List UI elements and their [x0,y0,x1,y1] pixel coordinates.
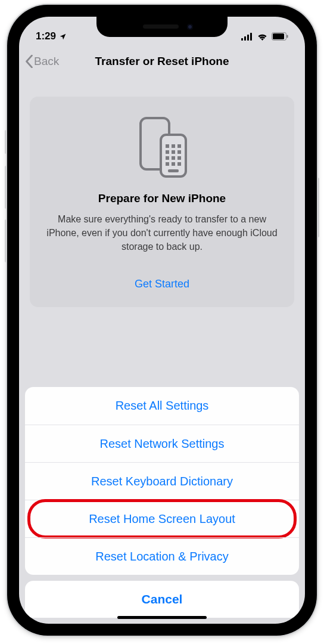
svg-rect-3 [250,33,252,41]
reset-keyboard-dictionary[interactable]: Reset Keyboard Dictionary [25,462,299,500]
reset-options-group: Reset All Settings Reset Network Setting… [25,387,299,575]
svg-rect-1 [244,36,246,41]
devices-icon [132,114,192,180]
mute-switch [5,130,7,154]
svg-rect-20 [177,162,181,166]
reset-home-screen-layout[interactable]: Reset Home Screen Layout [25,500,299,537]
wifi-icon [257,32,268,41]
sheet-item-label: Reset Location & Privacy [95,550,228,564]
card-description: Make sure everything's ready to transfer… [44,212,280,254]
home-indicator[interactable] [117,616,207,619]
cancel-button[interactable]: Cancel [25,581,299,618]
svg-rect-13 [172,150,175,154]
reset-location-privacy[interactable]: Reset Location & Privacy [25,537,299,575]
volume-down [5,219,7,262]
phone-frame: 1:29 Back [7,5,317,636]
svg-rect-6 [287,35,288,38]
svg-rect-10 [172,144,175,148]
location-icon [59,33,67,41]
back-label: Back [34,55,59,68]
svg-rect-0 [241,38,243,41]
power-button [317,178,319,237]
sheet-item-label: Reset All Settings [116,399,209,413]
sheet-item-label: Reset Network Settings [100,437,225,451]
battery-icon [272,32,288,41]
cancel-label: Cancel [142,592,183,606]
notch [96,17,228,37]
nav-title: Transfer or Reset iPhone [95,55,229,68]
svg-rect-17 [177,156,181,160]
svg-rect-14 [177,150,181,154]
svg-rect-9 [166,144,169,148]
svg-rect-19 [172,162,175,166]
status-time: 1:29 [36,30,56,42]
svg-rect-15 [166,156,169,160]
svg-rect-21 [168,169,179,172]
sheet-item-label: Reset Home Screen Layout [89,512,235,526]
reset-all-settings[interactable]: Reset All Settings [25,387,299,425]
svg-rect-18 [166,162,169,166]
svg-rect-5 [273,33,284,39]
nav-bar: Back Transfer or Reset iPhone [19,45,305,78]
prepare-card: Prepare for New iPhone Make sure everyth… [30,97,294,307]
svg-rect-2 [247,35,249,41]
sheet-item-label: Reset Keyboard Dictionary [91,475,233,488]
action-sheet: Reset All Settings Reset Network Setting… [19,387,305,624]
volume-up [5,166,7,209]
reset-network-settings[interactable]: Reset Network Settings [25,425,299,462]
chevron-left-icon [25,55,33,68]
card-title: Prepare for New iPhone [44,192,280,205]
svg-rect-11 [177,144,181,148]
screen: 1:29 Back [19,17,305,624]
cellular-icon [241,33,253,41]
svg-rect-16 [172,156,175,160]
get-started-link[interactable]: Get Started [135,278,189,290]
back-button[interactable]: Back [25,45,59,78]
svg-rect-12 [166,150,169,154]
